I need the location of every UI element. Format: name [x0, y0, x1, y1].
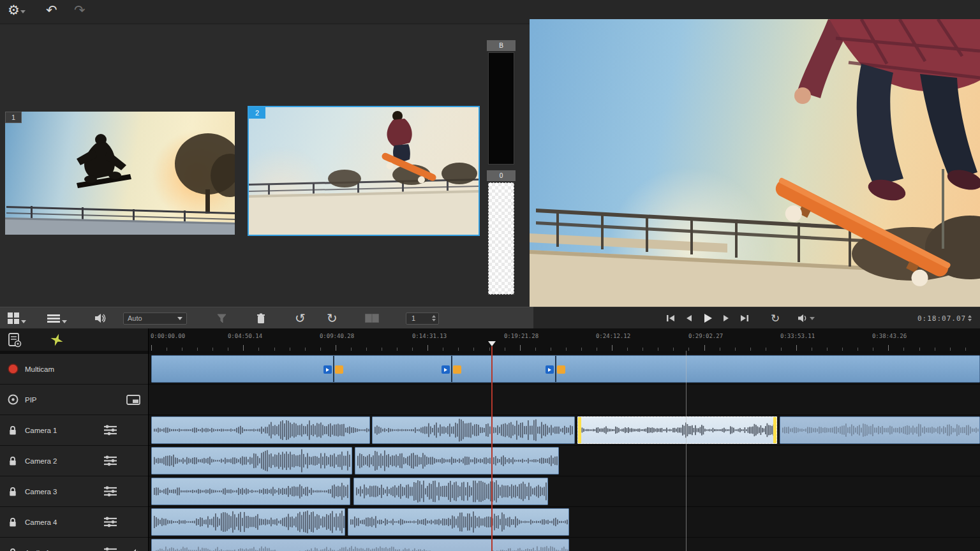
audio-sync-button[interactable]	[50, 328, 64, 351]
audio-monitor-button[interactable]	[94, 307, 106, 329]
rotate-cw-button[interactable]: ↻	[327, 307, 338, 329]
volume-button[interactable]	[798, 307, 815, 329]
source-2-tag[interactable]: 2	[249, 107, 265, 119]
strip-b-content[interactable]	[488, 52, 514, 165]
ruler-tick	[704, 345, 705, 351]
lock-icon[interactable]	[7, 487, 19, 497]
list-view-icon	[47, 313, 60, 324]
ruler-tick	[796, 345, 797, 351]
trim-handle-right[interactable]	[773, 417, 776, 443]
edit-settings-button[interactable]	[8, 328, 22, 351]
multicam-view-button[interactable]	[8, 307, 26, 329]
playhead-handle[interactable]	[488, 341, 496, 346]
strip-0-content[interactable]	[488, 182, 514, 295]
speaker-icon[interactable]	[131, 548, 140, 551]
multicam-clip[interactable]	[151, 355, 980, 383]
target-icon[interactable]	[7, 394, 19, 405]
settings-gear-icon[interactable]: ⚙	[8, 3, 26, 18]
track-header-camera-1[interactable]: Camera 1	[0, 415, 148, 446]
mode-dropdown[interactable]: Auto	[123, 307, 187, 329]
source-monitor-2[interactable]: 2	[249, 107, 479, 235]
source-1-tag[interactable]: 1	[5, 112, 22, 123]
track-header-camera-2[interactable]: Camera 2	[0, 446, 148, 476]
lock-icon[interactable]	[7, 456, 19, 466]
step-forward-button[interactable]	[722, 307, 730, 329]
track-header-divider	[148, 328, 149, 551]
preview-monitor[interactable]	[530, 19, 980, 307]
strip-0-header[interactable]: 0	[487, 170, 516, 181]
cut-marker-orange[interactable]	[335, 365, 343, 374]
undo-icon[interactable]: ↶	[46, 3, 57, 18]
ruler-tick	[612, 345, 612, 351]
timeline-clip-camera2-2[interactable]	[355, 447, 559, 474]
lock-icon[interactable]	[7, 517, 19, 527]
record-icon[interactable]	[7, 364, 19, 374]
timeline-clip-camera1-1[interactable]	[151, 416, 370, 444]
cut-line	[333, 356, 334, 382]
delete-button[interactable]	[256, 307, 265, 329]
audio-waveform	[780, 417, 980, 443]
audio-waveform	[152, 478, 350, 504]
track-label: Camera 1	[25, 427, 57, 434]
timeline-clip-camera4-2[interactable]	[348, 508, 569, 536]
lock-icon[interactable]	[7, 425, 19, 436]
timeline-clip-camera2-1[interactable]	[151, 447, 352, 474]
ruler-tick	[336, 345, 336, 351]
pip-icon[interactable]	[126, 395, 140, 405]
timeline-clip-camera3-2[interactable]	[353, 478, 548, 505]
step-back-icon	[685, 314, 693, 322]
cut-marker-orange[interactable]	[557, 365, 565, 374]
cut-marker-blue[interactable]	[323, 365, 332, 374]
timeline-corner	[0, 328, 148, 351]
playhead[interactable]	[491, 346, 493, 551]
redo-icon[interactable]: ↷	[74, 3, 85, 18]
timeline-clip-camera1-2[interactable]	[372, 416, 575, 444]
list-view-button[interactable]	[47, 307, 67, 329]
preview-timecode[interactable]: 0:18:07.07	[917, 307, 974, 329]
loop-icon: ↻	[771, 312, 780, 325]
go-end-icon	[740, 314, 749, 322]
mixer-icon[interactable]	[103, 486, 117, 497]
mixer-icon[interactable]	[103, 455, 117, 466]
ruler-timecode-label: 0:24:12.12	[596, 333, 630, 339]
mixer-icon[interactable]	[103, 547, 117, 551]
timeline-clip-camera1-3[interactable]	[577, 416, 777, 444]
track-header-pip[interactable]: PIP	[0, 385, 148, 415]
track-header-camera-4[interactable]: Camera 4	[0, 507, 148, 538]
mixer-icon[interactable]	[103, 517, 117, 527]
mixer-icon[interactable]	[103, 425, 117, 436]
cut-marker-orange[interactable]	[453, 365, 461, 374]
track-label: Camera 2	[25, 457, 57, 465]
track-header-multicam[interactable]: Multicam	[0, 354, 148, 385]
skater-scene	[530, 19, 980, 307]
timeline-clip-audio1-1[interactable]	[151, 539, 569, 551]
ruler-tick	[520, 345, 521, 351]
filter-button[interactable]	[217, 307, 226, 329]
lock-icon[interactable]	[7, 548, 19, 551]
go-end-button[interactable]	[740, 307, 749, 329]
source-monitor-1[interactable]: 1	[5, 112, 235, 235]
timeline-clip-camera4-1[interactable]	[151, 508, 345, 536]
loop-button[interactable]: ↻	[771, 307, 780, 329]
timeline-clip-camera3-1[interactable]	[151, 478, 350, 505]
trim-handle-left[interactable]	[578, 417, 581, 443]
rotate-ccw-button[interactable]: ↺	[295, 307, 306, 329]
strip-b-header[interactable]: B	[487, 40, 516, 51]
skater-silhouette-2	[249, 107, 479, 235]
audio-waveform	[354, 478, 548, 504]
rotate-cw-icon: ↻	[327, 311, 338, 326]
timeline-clip-camera1-4[interactable]	[780, 416, 980, 444]
cut-marker-blue[interactable]	[442, 365, 450, 374]
audio-waveform	[152, 448, 352, 474]
split-view-button[interactable]	[365, 307, 379, 329]
counter-spinner[interactable]: 1	[406, 307, 439, 329]
multicam-editor-window: ⚙ ↶ ↷ 1	[0, 0, 980, 551]
track-header-camera-3[interactable]: Camera 3	[0, 476, 148, 507]
timeline-ruler[interactable]: 0:00:00.000:04:50.140:09:40.280:14:31.13…	[148, 328, 980, 351]
play-button[interactable]	[703, 307, 713, 329]
marker-line	[686, 351, 687, 551]
cut-marker-blue[interactable]	[546, 365, 554, 374]
step-back-button[interactable]	[685, 307, 693, 329]
track-header-audio-1[interactable]: Audio 1	[0, 538, 148, 551]
go-start-button[interactable]	[666, 307, 675, 329]
